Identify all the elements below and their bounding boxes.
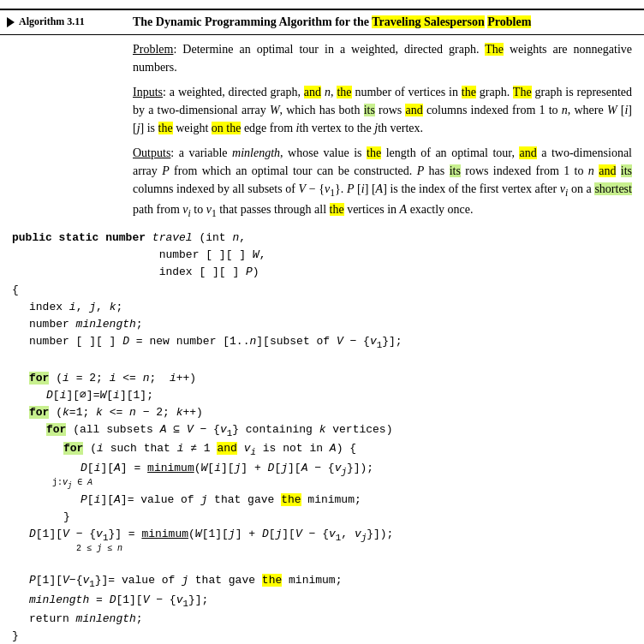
code-d-init: D[i][∅]=W[i][1]; <box>12 387 632 404</box>
outputs-colon: : a variable minlength, whose value is <box>170 146 367 159</box>
title-the: The <box>133 15 156 28</box>
code-close-inner: } <box>12 509 632 526</box>
algorithm-header: Algorithm 3.11 The Dynamic Programming A… <box>0 9 644 35</box>
problem-label: Problem <box>133 43 173 56</box>
and-highlight-1: and <box>304 86 321 98</box>
code-p-assign: P[i][A]= value of j that gave the minimu… <box>12 492 632 509</box>
code-section: public static number travel (int n, numb… <box>0 230 644 644</box>
outputs-path: path from vi to v1 that passes through a… <box>133 203 330 216</box>
on-highlight: on the <box>212 122 242 134</box>
code-for3: for (all subsets A ⊆ V − {v1} containing… <box>12 421 632 440</box>
outputs-its2 <box>616 164 620 177</box>
inputs-mid: number of vertices in <box>352 86 462 98</box>
the-highlight-3: the <box>462 86 476 98</box>
code-signature: public static number travel (int n, <box>12 230 632 247</box>
shortest-highlight: shortest <box>594 182 632 195</box>
code-p-final: P[1][V−{v1}]= value of j that gave the m… <box>12 572 632 591</box>
code-declare-index: index i, j, k; <box>12 299 632 316</box>
inputs-colon: : a weighted, directed graph, <box>163 86 304 98</box>
inputs-edge: edge from ith vertex to the jth vertex. <box>241 122 423 134</box>
inputs-n: n, <box>321 86 337 98</box>
code-param-w: number [ ][ ] W, <box>12 247 632 264</box>
content-block: Problem: Determine an optimal tour in a … <box>0 40 644 222</box>
its-highlight-2: its <box>450 164 461 177</box>
outputs-cols2: columns indexed by all subsets of V − {v… <box>133 182 594 195</box>
outputs-label: Outputs <box>133 146 170 159</box>
inputs-label: Inputs <box>133 86 163 98</box>
code-minlength-assign: minlength = D[1][V − {v1}]; <box>12 592 632 611</box>
and-highlight-3: and <box>519 146 536 159</box>
the-highlight-6: the <box>367 146 381 159</box>
code-for4: for (i such that i ≠ 1 and vi is not in … <box>12 440 632 459</box>
title-traveling: Traveling Salesperson <box>372 15 485 28</box>
algorithm-number: Algorithm 3.11 <box>19 15 85 28</box>
code-for2: for (k=1; k <= n − 2; k++) <box>12 404 632 421</box>
algorithm-title: The Dynamic Programming Algorithm for th… <box>133 14 644 31</box>
outputs-vertices: vertices in A exactly once. <box>344 203 474 216</box>
inputs-weight: weight <box>173 122 212 134</box>
inputs-rows: rows <box>375 104 406 116</box>
code-close-brace: } <box>12 628 632 644</box>
the-highlight-2: the <box>337 86 351 98</box>
outputs-length: length of an optimal tour, <box>381 146 519 159</box>
algorithm-label: Algorithm 3.11 <box>0 14 133 28</box>
inputs-paragraph: Inputs: a weighted, directed graph, and … <box>133 83 632 137</box>
title-problem: Problem <box>487 15 531 28</box>
the-highlight-5: the <box>158 122 173 134</box>
and-highlight-4: and <box>599 164 616 177</box>
code-for1: for (i = 2; i <= n; i++) <box>12 370 632 387</box>
code-return: return minlength; <box>12 611 632 628</box>
its-highlight-3: its <box>621 164 632 177</box>
The-highlight-4: The <box>513 86 532 98</box>
code-declare-d: number [ ][ ] D = new number [1..n][subs… <box>12 333 632 352</box>
code-declare-minlength: number minlength; <box>12 316 632 333</box>
code-open-brace: { <box>12 282 632 299</box>
its-highlight-1: its <box>364 104 375 116</box>
page: Algorithm 3.11 The Dynamic Programming A… <box>0 9 644 644</box>
inputs-graph: graph. <box>476 86 513 98</box>
and-highlight-2: and <box>405 104 422 116</box>
problem-colon: : Determine an optimal tour in a weighte… <box>173 43 485 56</box>
play-icon <box>7 17 15 27</box>
title-dp: Dynamic Programming Algorithm <box>156 15 332 28</box>
code-param-p: index [ ][ ] P) <box>12 264 632 281</box>
title-for: for the <box>332 15 373 28</box>
outputs-rows: rows indexed from 1 to n <box>461 164 599 177</box>
the-highlight-7: the <box>330 203 344 216</box>
problem-paragraph: Problem: Determine an optimal tour in a … <box>133 40 632 76</box>
the-highlight-1: The <box>485 43 504 56</box>
outputs-paragraph: Outputs: a variable minlength, whose val… <box>133 144 632 222</box>
